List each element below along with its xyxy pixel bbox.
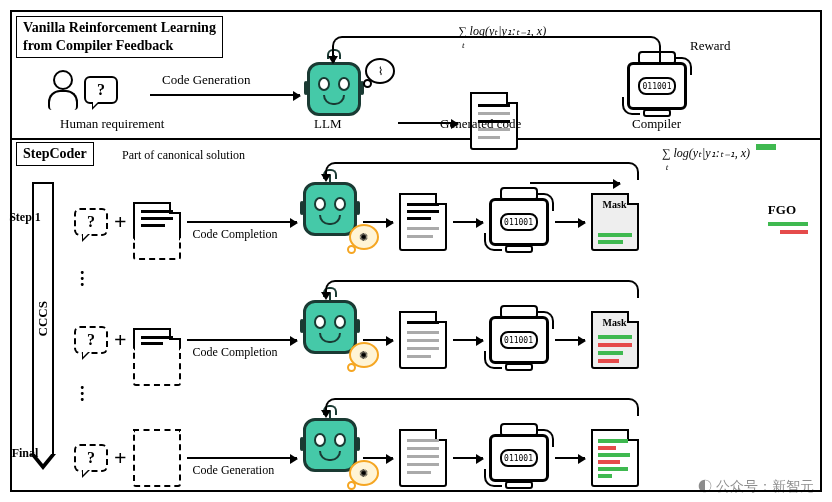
diagram-frame: Vanilla Reinforcement Learning from Comp…	[10, 10, 822, 492]
llm-group	[307, 62, 361, 116]
stepmid-bubble-icon: ?	[74, 326, 108, 354]
fgo-label: FGO	[768, 202, 796, 218]
wechat-icon: ◐	[698, 478, 712, 494]
step1-bubble-icon: ?	[74, 208, 108, 236]
llm-robot-icon	[307, 62, 361, 116]
cccs-arrow: CCCS	[30, 182, 56, 474]
vanilla-title-l1: Vanilla Reinforcement Learning	[23, 20, 216, 35]
step1-reward-arrow	[325, 162, 639, 180]
step1-robot-icon	[303, 182, 357, 236]
stepcoder-title: StepCoder	[23, 146, 87, 161]
stepmid-compiler-icon: 011001	[489, 316, 549, 364]
final-robot-icon	[303, 418, 357, 472]
reward-label: Reward	[690, 38, 730, 54]
step1-compiler-icon: 011001	[489, 198, 549, 246]
watermark-text: 公众号：新智元	[716, 478, 814, 494]
stepmid-reward-arrow	[325, 280, 639, 298]
vanilla-title-box: Vanilla Reinforcement Learning from Comp…	[16, 16, 223, 58]
step1-partial-doc-icon	[133, 202, 181, 242]
final-label: Final	[5, 446, 45, 461]
stepmid-bulb-icon: ✺	[349, 342, 379, 368]
fgo-green-bar	[768, 222, 808, 226]
human-icon	[44, 70, 78, 110]
final-bulb-icon: ✺	[349, 460, 379, 486]
stepmid-arrow-label: Code Completion	[193, 345, 278, 360]
part-solution-label: Part of canonical solution	[122, 148, 245, 163]
plus-icon-2: +	[114, 327, 127, 353]
final-arrow-label: Code Generation	[193, 463, 275, 478]
watermark: ◐ 公众号：新智元	[698, 478, 814, 496]
step1-row: ? + Code Completion ✺	[74, 182, 639, 262]
stepmid-dashed-doc-icon	[133, 348, 181, 386]
question-mark-icon: ?	[97, 81, 105, 99]
compiler-code-pill: 011001	[638, 77, 676, 95]
loss-formula-bottom: ∑ log(yₜ|y₁:ₜ₋₁, x) t	[662, 146, 750, 161]
cccs-label: CCCS	[35, 301, 51, 336]
requirement-bubble: ?	[84, 76, 118, 104]
code-gen-label: Code Generation	[162, 72, 250, 88]
stepmid-output-doc-icon	[399, 311, 447, 369]
final-reward-arrow	[325, 398, 639, 416]
step1-arrow-label: Code Completion	[193, 227, 278, 242]
stepmid-mask-doc-icon: Mask	[591, 311, 639, 369]
step1-output-doc-icon	[399, 193, 447, 251]
stepcoder-panel: StepCoder Part of canonical solution CCC…	[12, 140, 820, 490]
compiler-group: 011001	[627, 62, 687, 110]
ellipsis-2: ···	[80, 385, 85, 403]
final-empty-doc-icon	[133, 429, 181, 487]
vanilla-rl-panel: Vanilla Reinforcement Learning from Comp…	[12, 12, 820, 140]
formula-green-bar	[756, 144, 776, 150]
llm-label: LLM	[314, 116, 341, 132]
reward-arrow	[332, 36, 661, 62]
stepmid-robot-icon	[303, 300, 357, 354]
human-label: Human requirement	[60, 116, 164, 132]
final-compiler-icon: 011001	[489, 434, 549, 482]
vanilla-title-l2: from Compiler Feedback	[23, 38, 173, 53]
arrow-human-llm	[150, 94, 300, 96]
ellipsis-1: ···	[80, 270, 85, 288]
final-row: ? + Code Generation ✺ 011001	[74, 418, 639, 498]
stepcoder-title-box: StepCoder	[16, 142, 94, 166]
step1-mask-doc-icon: Mask	[591, 193, 639, 251]
step1-dashed-doc-icon	[133, 238, 181, 260]
human-group: ?	[44, 70, 118, 110]
compiler-label: Compiler	[632, 116, 681, 132]
plus-icon-3: +	[114, 445, 127, 471]
final-bubble-icon: ?	[74, 444, 108, 472]
fgo-red-bar	[780, 230, 808, 234]
final-color-doc-icon	[591, 429, 639, 487]
step1-bulb-icon: ✺	[349, 224, 379, 250]
plus-icon: +	[114, 209, 127, 235]
step1-label: Step 1	[5, 210, 45, 225]
stepmid-row: ? + Code Completion ✺	[74, 300, 639, 380]
gen-code-label: Generated code	[440, 116, 521, 132]
compiler-monitor-icon: 011001	[627, 62, 687, 110]
final-output-doc-icon	[399, 429, 447, 487]
